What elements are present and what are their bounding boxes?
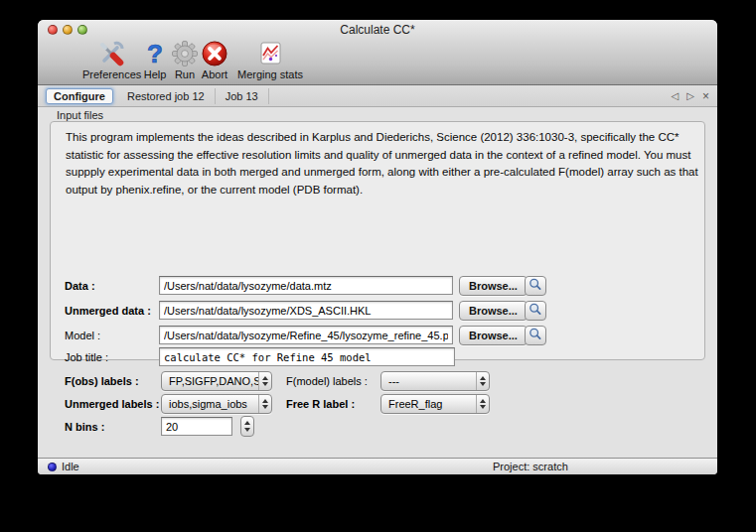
svg-text:?: ?: [147, 40, 163, 67]
tools-icon: [97, 40, 125, 67]
help-button[interactable]: ? Help: [140, 40, 170, 80]
run-button[interactable]: Run: [170, 40, 200, 80]
abort-button[interactable]: Abort: [197, 40, 232, 80]
dropdown-arrows-icon: [476, 372, 489, 390]
project-label: Project: scratch: [493, 461, 568, 472]
fobs-labels-label: F(obs) labels :: [65, 371, 139, 391]
main-content: Input files This program implements the …: [38, 107, 717, 458]
dropdown-arrows-icon: [476, 395, 489, 413]
fmodel-labels-dropdown[interactable]: ---: [380, 371, 490, 391]
run-label: Run: [170, 68, 200, 80]
magnifier-icon: [527, 327, 544, 342]
fmodel-labels-label: F(model) labels :: [286, 371, 368, 391]
job-title-input[interactable]: [159, 347, 455, 366]
tab-scroll-left-icon[interactable]: ◁: [672, 90, 680, 101]
app-window: Calculate CC* Preferences ? Help: [38, 20, 717, 474]
input-files-groupbox: This program implements the ideas descri…: [50, 121, 705, 360]
fobs-labels-value: FP,SIGFP,DANO,SI...: [162, 375, 258, 387]
window-title: Calculate CC*: [38, 23, 717, 37]
unmerged-labels-value: iobs,sigma_iobs: [162, 398, 258, 410]
input-files-section-label: Input files: [57, 109, 103, 121]
preferences-button[interactable]: Preferences: [82, 40, 140, 80]
stepper-up-icon[interactable]: [244, 421, 250, 425]
status-bar: Idle Project: scratch: [38, 458, 717, 474]
unmerged-labels-dropdown[interactable]: iobs,sigma_iobs: [161, 394, 272, 414]
tab-close-icon[interactable]: ×: [702, 89, 709, 103]
data-inspect-button[interactable]: [525, 276, 546, 296]
job-title-label: Job title :: [65, 347, 108, 367]
magnifier-icon: [527, 302, 544, 318]
window-header: Calculate CC* Preferences ? Help: [38, 20, 717, 85]
data-browse-button[interactable]: Browse...: [459, 276, 528, 296]
free-r-label-dropdown[interactable]: FreeR_flag: [380, 394, 490, 414]
help-icon: ?: [141, 40, 169, 67]
dropdown-arrows-icon: [258, 395, 271, 413]
model-label: Model :: [65, 326, 100, 345]
unmerged-data-path-input[interactable]: [159, 301, 453, 320]
merging-stats-label: Merging stats: [232, 68, 308, 80]
free-r-label-value: FreeR_flag: [381, 398, 476, 410]
abort-icon: [201, 40, 228, 67]
gear-icon: [171, 40, 199, 67]
program-description: This program implements the ideas descri…: [66, 129, 707, 199]
unmerged-data-browse-button[interactable]: Browse...: [459, 301, 528, 321]
tab-strip: Configure Restored job 12 Job 13 ◁ ▷ ×: [38, 85, 717, 107]
stepper-down-icon[interactable]: [244, 428, 250, 432]
fobs-labels-dropdown[interactable]: FP,SIGFP,DANO,SI...: [161, 371, 272, 391]
preferences-label: Preferences: [82, 68, 140, 80]
model-browse-button[interactable]: Browse...: [459, 326, 528, 345]
tab-configure[interactable]: Configure: [46, 88, 113, 104]
free-r-label-label: Free R label :: [286, 394, 355, 414]
unmerged-data-inspect-button[interactable]: [525, 301, 546, 321]
data-path-input[interactable]: [159, 276, 453, 295]
status-text: Idle: [62, 461, 79, 472]
tab-scroll-right-icon[interactable]: ▷: [686, 90, 694, 101]
data-label: Data :: [65, 276, 95, 296]
abort-label: Abort: [197, 68, 232, 80]
n-bins-input[interactable]: [161, 417, 232, 436]
dropdown-arrows-icon: [258, 372, 271, 390]
merging-stats-chart-icon: [256, 40, 284, 67]
n-bins-stepper[interactable]: [240, 416, 254, 437]
merging-stats-button[interactable]: Merging stats: [232, 40, 308, 80]
status-indicator-icon: [48, 463, 57, 471]
n-bins-label: N bins :: [65, 417, 104, 437]
tab-job-13[interactable]: Job 13: [216, 88, 269, 104]
model-inspect-button[interactable]: [525, 326, 546, 345]
model-path-input[interactable]: [159, 326, 453, 344]
tab-restored-job-12[interactable]: Restored job 12: [117, 88, 216, 104]
unmerged-data-label: Unmerged data :: [65, 301, 151, 321]
fmodel-labels-value: ---: [381, 375, 476, 387]
help-label: Help: [140, 68, 170, 80]
unmerged-labels-label: Unmerged labels :: [65, 394, 159, 414]
magnifier-icon: [527, 277, 544, 293]
